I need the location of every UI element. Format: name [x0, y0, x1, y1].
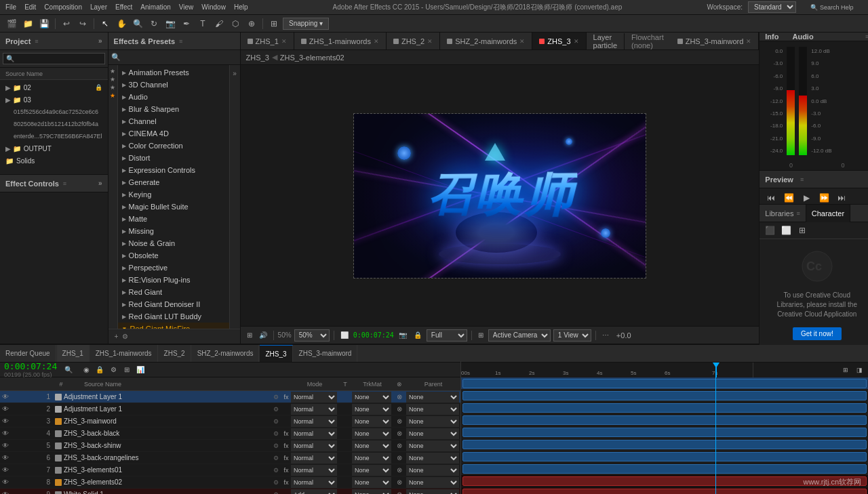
grid-btn[interactable]: ⊞ — [476, 331, 486, 339]
timeline-shy-btn[interactable]: ⚙ — [107, 364, 119, 376]
tab-close-shz2mw[interactable]: ✕ — [519, 38, 525, 45]
mode-sel-7[interactable]: Normal — [291, 465, 337, 476]
character-tab[interactable]: Character — [806, 205, 850, 222]
effect-cat-cinema4d[interactable]: ▶ CINEMA 4D — [118, 127, 229, 140]
switch-3[interactable]: ⚙ — [271, 418, 281, 425]
tab-zhs2[interactable]: ZHS_2 ✕ — [387, 33, 440, 50]
layer-row-2[interactable]: 👁 2 Adjustment Layer 1 ⚙ Normal None ⊗ — [0, 403, 460, 415]
effects-options[interactable]: ⚙ — [120, 331, 130, 343]
prev-next-btn[interactable]: ⏩ — [816, 191, 831, 205]
hand-tool[interactable]: ✋ — [114, 17, 129, 30]
lock-btn[interactable]: 🔒 — [412, 331, 424, 339]
switch-4[interactable]: ⚙ — [271, 430, 281, 437]
effect-cat-red-giant[interactable]: ▶ Red Giant — [118, 286, 229, 298]
bottom-tab-shz2mw[interactable]: SHZ_2-mainwords — [192, 345, 260, 363]
quality-select[interactable]: FullHalfQuarter — [427, 329, 467, 342]
breadcrumb-current[interactable]: ZHS_3-elements02 — [280, 54, 344, 62]
mode-sel-6[interactable]: Normal — [291, 453, 337, 464]
preview-frame-btn[interactable]: ⬜ — [338, 331, 351, 339]
layer-particle-tab[interactable]: Layer particle — [587, 33, 625, 49]
effects-search-input[interactable] — [123, 54, 237, 62]
camera-select[interactable]: Active Camera — [488, 329, 551, 342]
get-now-button[interactable]: Get it now! — [793, 327, 842, 340]
parent-sel-9[interactable]: None — [406, 489, 459, 495]
workspace-select[interactable]: Standard — [748, 1, 796, 13]
zoom-tool[interactable]: 🔍 — [130, 17, 145, 30]
vis-icon-7[interactable]: 👁 — [0, 466, 11, 474]
effect-cat-generate[interactable]: ▶ Generate — [118, 176, 229, 188]
zoom-select[interactable]: 50%100%25% — [294, 329, 330, 342]
prev-prev-btn[interactable]: ⏪ — [781, 191, 796, 205]
parent-4[interactable]: None — [406, 428, 460, 439]
bottom-tab-zhs1mw[interactable]: ZHS_1-mainwords — [90, 345, 158, 363]
project-item-output[interactable]: ▶ 📁 OUTPUT — [0, 142, 108, 155]
camera-icon-btn[interactable]: 📷 — [397, 331, 409, 339]
vis-icon-8[interactable]: 👁 — [0, 478, 11, 486]
switch-9[interactable]: ⚙ — [271, 491, 281, 495]
snapping-dropdown[interactable]: Snapping ▾ — [283, 18, 329, 30]
text-tool[interactable]: T — [195, 17, 210, 30]
mode-sel-4[interactable]: Normal — [291, 428, 337, 439]
layer-parent-1[interactable]: None — [406, 392, 460, 403]
layer-row-4[interactable]: 👁 4 ZHS_3-back-black ⚙ fx Normal — [0, 428, 460, 440]
mode-4[interactable]: Normal — [291, 428, 338, 439]
effect-cat-revision[interactable]: ▶ RE:Vision Plug-ins — [118, 274, 229, 286]
trkmat-sel-3[interactable]: None — [352, 416, 391, 427]
parent-sel-7[interactable]: None — [406, 465, 459, 476]
effect-cat-color-correction[interactable]: ▶ Color Correction — [118, 140, 229, 152]
star-btn-3[interactable]: ★ — [110, 84, 115, 91]
project-item-02[interactable]: ▶ 📁 02 🔒 — [0, 81, 108, 94]
select-tool[interactable]: ↖ — [98, 17, 113, 30]
parent-5[interactable]: None — [406, 440, 460, 451]
timecode-display-tl[interactable]: 0:00:07:24 — [4, 361, 57, 371]
effect-cat-rg-denoiser[interactable]: ▶ Red Giant Denoiser II — [118, 298, 229, 310]
char-align-btn-1[interactable]: ⬛ — [762, 224, 777, 237]
effect-cat-missing[interactable]: ▶ Missing — [118, 225, 229, 237]
playhead-marker[interactable] — [715, 363, 717, 377]
breadcrumb-root[interactable]: ZHS_3 — [246, 54, 269, 62]
layer-mode-1[interactable]: Normal — [291, 392, 338, 403]
layer-parent-2[interactable]: None — [406, 404, 460, 415]
parent-sel-4[interactable]: None — [406, 428, 459, 439]
project-item-file1[interactable]: 015f5256cd4a9c6ac7252ce6c6 — [0, 106, 108, 118]
snap-button[interactable]: ⊞ — [267, 17, 281, 30]
effect-cat-matte[interactable]: ▶ Matte — [118, 213, 229, 225]
vis-icon-4[interactable]: 👁 — [0, 430, 11, 437]
camera-tool[interactable]: 📷 — [163, 17, 178, 30]
effect-cat-distort[interactable]: ▶ Distort — [118, 152, 229, 164]
trkmat-6[interactable]: None — [352, 453, 393, 464]
trkmat-sel-8[interactable]: None — [352, 477, 391, 488]
menu-file[interactable]: File — [5, 3, 16, 11]
trkmat-3[interactable]: None — [352, 416, 393, 427]
preview-toggle-btn[interactable]: ⊞ — [245, 331, 254, 339]
bottom-tab-zhs3mw[interactable]: ZHS_3-mainword — [294, 345, 358, 363]
effect-cat-animation-presets[interactable]: ▶ Animation Presets — [118, 66, 229, 79]
parent-9[interactable]: None — [406, 489, 460, 495]
layer-row-5[interactable]: 👁 5 ZHS_3-back-shinw ⚙ fx Normal — [0, 440, 460, 452]
parent-7[interactable]: None — [406, 465, 460, 476]
info-tab[interactable]: Info — [765, 33, 778, 41]
layer-row-8[interactable]: 👁 8 ZHS_3-elements02 ⚙ fx Normal — [0, 476, 460, 489]
effect-cat-blur[interactable]: ▶ Blur & Sharpen — [118, 103, 229, 115]
vis-icon-3[interactable]: 👁 — [0, 417, 11, 425]
mode-7[interactable]: Normal — [291, 465, 338, 476]
parent-3[interactable]: None — [406, 416, 460, 427]
timeline-right-btn2[interactable]: ◨ — [853, 364, 865, 376]
menu-animation[interactable]: Animation — [140, 3, 170, 11]
search-help-button[interactable]: 🔍 Search Help — [802, 1, 863, 14]
menu-view[interactable]: View — [179, 3, 194, 11]
switch-8[interactable]: ⚙ — [271, 479, 281, 486]
brush-tool[interactable]: 🖌 — [212, 17, 226, 30]
fx-4[interactable]: fx — [281, 430, 291, 437]
timeline-frame-btn[interactable]: ⊞ — [121, 364, 133, 376]
search-layer-btn[interactable]: 🔍 — [62, 364, 75, 376]
fx-7[interactable]: fx — [281, 467, 291, 474]
layer-row-7[interactable]: 👁 7 ZHS_3-elements01 ⚙ fx Normal — [0, 464, 460, 476]
project-item-file3[interactable]: enterde...579C78E56B6FA847El — [0, 130, 108, 142]
libraries-tab[interactable]: Libraries ≡ — [760, 205, 806, 222]
project-search-input[interactable] — [3, 53, 105, 64]
more-options-btn[interactable]: ⋯ — [600, 331, 611, 339]
effect-cat-obsolete[interactable]: ▶ Obsolete — [118, 249, 229, 262]
preview-audio-btn[interactable]: 🔊 — [257, 331, 269, 339]
redo-button[interactable]: ↪ — [75, 17, 90, 30]
